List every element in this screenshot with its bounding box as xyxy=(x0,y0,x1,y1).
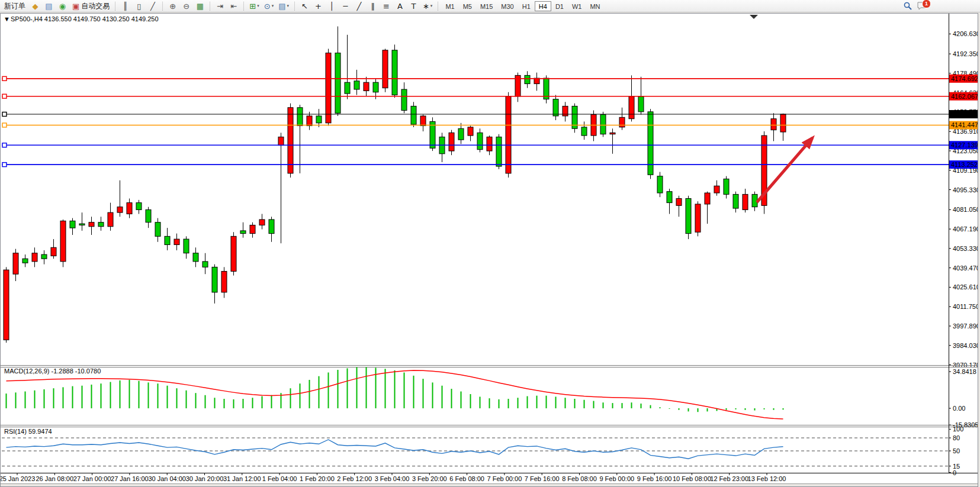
candle xyxy=(724,179,729,194)
new-template-icon: ⊞ xyxy=(249,2,256,10)
candle xyxy=(297,108,303,126)
svg-text:31 Jan 12:00: 31 Jan 12:00 xyxy=(223,475,261,482)
candle xyxy=(231,236,236,271)
zoom-out-button[interactable]: ⊖ xyxy=(179,1,193,12)
periods-button[interactable]: ⊙▾ xyxy=(262,1,276,12)
fibonacci-button[interactable]: ≡ xyxy=(380,1,393,12)
svg-text:0: 0 xyxy=(953,469,956,476)
line-anchor-square[interactable] xyxy=(2,94,7,98)
candle xyxy=(610,133,615,134)
timeframe-button-M1[interactable]: M1 xyxy=(441,1,458,11)
svg-text:50: 50 xyxy=(953,447,960,454)
candle xyxy=(70,221,75,228)
candle xyxy=(51,247,56,256)
line-chart-button[interactable]: ╱ xyxy=(146,1,159,12)
chat-button[interactable]: 1 xyxy=(915,1,928,12)
candle xyxy=(477,133,483,149)
label-button[interactable]: T xyxy=(407,1,420,12)
candle xyxy=(581,127,587,136)
chart-collapse-icon[interactable]: ▼ xyxy=(4,15,10,22)
tile-windows-button[interactable]: ▦ xyxy=(193,1,207,12)
line-anchor-square[interactable] xyxy=(2,143,7,147)
new-order-button[interactable]: 新订单 xyxy=(2,1,28,12)
auto-scroll-button[interactable]: ⇤ xyxy=(227,1,240,12)
candle xyxy=(79,224,85,225)
trade-accounts-button[interactable]: ▤ xyxy=(42,1,56,12)
svg-text:13 Feb 12:00: 13 Feb 12:00 xyxy=(748,475,786,482)
candle xyxy=(695,204,701,232)
toolbar-separator xyxy=(210,2,210,11)
toolbar-separator xyxy=(243,2,244,11)
crosshair-button[interactable]: + xyxy=(311,1,325,12)
timeframe-button-H1[interactable]: H1 xyxy=(518,1,535,11)
cursor-button[interactable]: ↖ xyxy=(298,1,311,12)
chart-settings-button[interactable]: ▤▾ xyxy=(276,1,291,12)
line-anchor-square[interactable] xyxy=(2,112,7,117)
candle xyxy=(733,194,738,208)
timeframe-button-M30[interactable]: M30 xyxy=(497,1,518,11)
timeframe-button-M5[interactable]: M5 xyxy=(459,1,476,11)
trendline-button[interactable]: ╱ xyxy=(352,1,366,12)
search-icon xyxy=(904,2,912,10)
candle xyxy=(619,117,625,127)
label-icon: T xyxy=(411,2,416,10)
candle xyxy=(780,114,786,132)
candle xyxy=(458,128,464,140)
candle xyxy=(354,81,359,89)
zoom-in-icon: ⊕ xyxy=(169,2,176,10)
candle xyxy=(4,270,9,340)
svg-text:6 Feb 08:00: 6 Feb 08:00 xyxy=(449,475,484,482)
rsi-label: RSI(14) 59.9474 xyxy=(4,428,52,435)
candle xyxy=(345,82,350,93)
candle xyxy=(278,137,284,145)
shapes-button[interactable]: ∗▾ xyxy=(420,1,435,12)
timeframe-button-H4[interactable]: H4 xyxy=(535,1,551,11)
svg-text:4174.692: 4174.692 xyxy=(951,75,978,82)
timeframe-button-W1[interactable]: W1 xyxy=(568,1,586,11)
chart-area[interactable]: 4206.6304192.3504178.4904164.6304150.770… xyxy=(0,13,978,487)
candle-chart-button[interactable]: ▯ xyxy=(132,1,146,12)
zoom-in-button[interactable]: ⊕ xyxy=(166,1,179,12)
candle xyxy=(506,96,511,173)
candle xyxy=(714,186,719,193)
shift-end-button[interactable]: ⇥ xyxy=(213,1,227,12)
text-button[interactable]: A xyxy=(393,1,407,12)
timeframe-button-D1[interactable]: D1 xyxy=(551,1,568,11)
svg-text:1 Feb 04:00: 1 Feb 04:00 xyxy=(262,475,297,482)
svg-text:4095.330: 4095.330 xyxy=(953,186,978,193)
candle xyxy=(146,209,151,222)
signals-button[interactable]: ◉ xyxy=(56,1,69,12)
search-button[interactable] xyxy=(901,1,914,12)
svg-text:4149.250: 4149.250 xyxy=(951,111,978,118)
svg-text:12 Feb 23:00: 12 Feb 23:00 xyxy=(710,475,748,482)
candle xyxy=(184,239,189,253)
candle xyxy=(600,115,606,134)
line-anchor-square[interactable] xyxy=(2,123,7,127)
seal-button[interactable]: ◆ xyxy=(28,1,42,12)
candle xyxy=(203,262,208,267)
channel-icon: ∥ xyxy=(371,2,375,10)
toolbar-separator xyxy=(294,2,295,11)
candle xyxy=(468,127,473,136)
vertical-line-button[interactable]: │ xyxy=(325,1,339,12)
svg-text:0.00: 0.00 xyxy=(953,405,965,412)
horizontal-line-button[interactable]: ─ xyxy=(339,1,352,12)
timeframe-button-M15[interactable]: M15 xyxy=(476,1,497,11)
candle xyxy=(676,198,682,205)
channel-button[interactable]: ∥ xyxy=(366,1,380,12)
candle xyxy=(326,53,331,123)
bar-chart-button[interactable]: ║ xyxy=(118,1,132,12)
autotrading-button[interactable]: ▣ 自动交易 xyxy=(70,1,112,12)
candle xyxy=(41,254,47,259)
timeframe-button-MN[interactable]: MN xyxy=(586,1,604,11)
line-anchor-square[interactable] xyxy=(2,76,7,80)
chart-settings-icon: ▤ xyxy=(278,2,285,10)
candle xyxy=(212,267,217,292)
candle xyxy=(629,96,634,119)
line-anchor-square[interactable] xyxy=(2,163,7,167)
new-template-button[interactable]: ⊞▾ xyxy=(247,1,261,12)
toolbar-separator xyxy=(115,2,115,11)
candle xyxy=(335,53,340,114)
crosshair-icon: + xyxy=(315,2,322,10)
autotrading-icon: ▣ xyxy=(72,2,79,10)
